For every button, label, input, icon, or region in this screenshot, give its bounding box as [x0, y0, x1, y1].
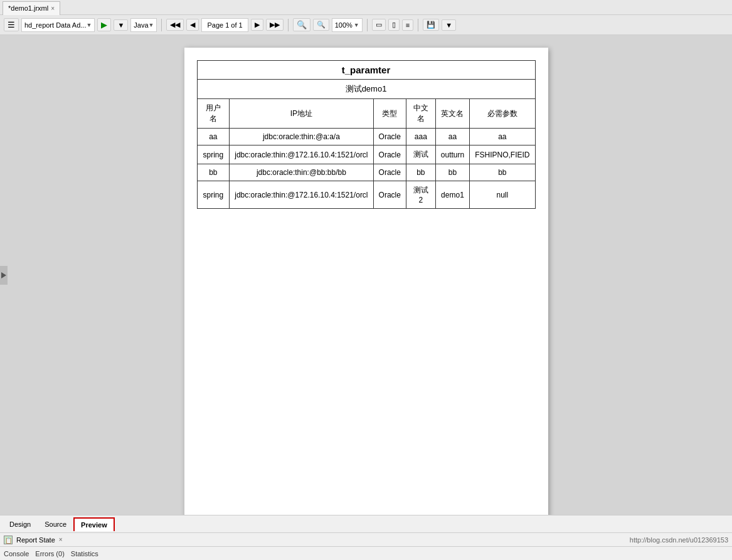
- separator-1: [161, 19, 162, 31]
- cell: Oracle: [373, 164, 406, 181]
- console-tab-console[interactable]: Console: [4, 550, 29, 557]
- page-label: Page 1 of 1: [207, 21, 242, 29]
- cell: spring: [197, 145, 230, 164]
- report-title: t_paramter: [197, 61, 535, 80]
- zoom-dropdown[interactable]: 100% ▼: [332, 18, 363, 32]
- tab-preview[interactable]: Preview: [73, 517, 115, 531]
- status-icon: 📋: [4, 536, 13, 544]
- cell: aa: [470, 129, 535, 145]
- play-button[interactable]: ▶: [97, 18, 111, 31]
- table-row: spring jdbc:oracle:thin:@172.16.10.4:152…: [197, 145, 535, 164]
- view-single-button[interactable]: ▭: [372, 19, 386, 31]
- play-icon: ▶: [101, 20, 107, 29]
- cell: FSHIPNO,FIEID: [470, 145, 535, 164]
- language-chevron-icon: ▼: [149, 22, 154, 28]
- cell: 测试: [406, 145, 435, 164]
- left-panel-handle[interactable]: [0, 266, 8, 285]
- status-label: Report State: [16, 536, 55, 544]
- console-tab-errors[interactable]: Errors (0): [35, 550, 64, 557]
- tab-label: *demo1.jrxml: [8, 4, 48, 12]
- menu-icon[interactable]: ☰: [4, 18, 19, 31]
- cell: bb: [197, 164, 230, 181]
- cell: bb: [435, 164, 469, 181]
- cell: Oracle: [373, 145, 406, 164]
- cell: jdbc:oracle:thin:@172.16.10.4:1521/orcl: [230, 181, 373, 209]
- datasource-dropdown[interactable]: hd_report Data Ad... ▼: [21, 18, 95, 32]
- zoom-chevron-icon: ▼: [354, 22, 359, 28]
- cell: jdbc:oracle:thin:@172.16.10.4:1521/orcl: [230, 145, 373, 164]
- toolbar: ☰ hd_report Data Ad... ▼ ▶ ▼ Java ▼ ◀◀ ◀…: [0, 15, 732, 35]
- cell: aaa: [406, 129, 435, 145]
- zoom-value: 100%: [335, 21, 353, 29]
- table-header-row: 用户名 IP地址 类型 中文名 英文名 必需参数: [197, 99, 535, 129]
- cell: aa: [197, 129, 230, 145]
- cell: null: [470, 181, 535, 209]
- cell: bb: [406, 164, 435, 181]
- play-dropdown-arrow-icon: ▼: [117, 21, 124, 29]
- col-header-type: 类型: [373, 99, 406, 129]
- cell: bb: [470, 164, 535, 181]
- export-dropdown-button[interactable]: ▼: [442, 19, 456, 31]
- arrow-right-icon: [1, 272, 6, 278]
- cell: Oracle: [373, 129, 406, 145]
- tab-source[interactable]: Source: [38, 517, 73, 531]
- tab-bar: *demo1.jrxml ×: [0, 0, 732, 15]
- col-header-enname: 英文名: [435, 99, 469, 129]
- table-row: aa jdbc:oracle:thin:@a:a/a Oracle aaa aa…: [197, 129, 535, 145]
- view-dual-button[interactable]: ▯: [388, 19, 400, 31]
- export-button[interactable]: 💾: [423, 19, 439, 31]
- status-url: http://blog.csdn.net/u012369153: [630, 536, 728, 544]
- language-label: Java: [134, 21, 148, 29]
- col-header-zhname: 中文名: [406, 99, 435, 129]
- view-tabs: Design Source Preview: [0, 515, 732, 532]
- cell: 测试2: [406, 181, 435, 209]
- datasource-chevron-icon: ▼: [86, 22, 92, 28]
- console-bar: Console Errors (0) Statistics: [0, 546, 732, 560]
- console-tab-statistics[interactable]: Statistics: [71, 550, 98, 557]
- title-row: t_paramter: [197, 61, 535, 80]
- tab-source-label: Source: [45, 520, 66, 528]
- zoom-out-button[interactable]: 🔍: [313, 19, 329, 31]
- report-paper: t_paramter 测试demo1 用户名 IP地址 类型 中文名 英文名 必…: [184, 48, 548, 515]
- play-dropdown-button[interactable]: ▼: [114, 19, 128, 31]
- cell: demo1: [435, 181, 469, 209]
- report-subtitle: 测试demo1: [197, 80, 535, 99]
- status-close-icon[interactable]: ×: [59, 536, 63, 543]
- nav-next-button[interactable]: ▶: [251, 19, 263, 31]
- tab-design[interactable]: Design: [3, 517, 38, 531]
- col-header-ip: IP地址: [230, 99, 373, 129]
- separator-2: [288, 19, 289, 31]
- datasource-label: hd_report Data Ad...: [24, 21, 86, 29]
- col-header-required: 必需参数: [470, 99, 535, 129]
- status-bar: 📋 Report State × http://blog.csdn.net/u0…: [0, 532, 732, 546]
- nav-last-button[interactable]: ▶▶: [266, 19, 284, 31]
- separator-3: [367, 19, 368, 31]
- nav-first-button[interactable]: ◀◀: [166, 19, 184, 31]
- view-list-button[interactable]: ≡: [402, 19, 413, 31]
- tab-design-label: Design: [9, 520, 31, 528]
- cell: jdbc:oracle:thin:@a:a/a: [230, 129, 373, 145]
- zoom-in-button[interactable]: 🔍: [293, 18, 310, 31]
- cell: aa: [435, 129, 469, 145]
- tab-preview-label: Preview: [81, 521, 107, 529]
- cell: jdbc:oracle:thin:@bb:bb/bb: [230, 164, 373, 181]
- report-table: t_paramter 测试demo1 用户名 IP地址 类型 中文名 英文名 必…: [197, 60, 536, 209]
- nav-prev-button[interactable]: ◀: [186, 19, 199, 31]
- cell: Oracle: [373, 181, 406, 209]
- col-header-username: 用户名: [197, 99, 230, 129]
- file-tab[interactable]: *demo1.jrxml ×: [3, 1, 60, 15]
- subtitle-row: 测试demo1: [197, 80, 535, 99]
- table-row: spring jdbc:oracle:thin:@172.16.10.4:152…: [197, 181, 535, 209]
- separator-4: [418, 19, 418, 31]
- tab-close-icon[interactable]: ×: [51, 5, 55, 12]
- language-dropdown[interactable]: Java ▼: [130, 18, 157, 32]
- main-area: t_paramter 测试demo1 用户名 IP地址 类型 中文名 英文名 必…: [0, 35, 732, 515]
- page-indicator: Page 1 of 1: [201, 18, 248, 32]
- table-row: bb jdbc:oracle:thin:@bb:bb/bb Oracle bb …: [197, 164, 535, 181]
- cell: spring: [197, 181, 230, 209]
- cell: outturn: [435, 145, 469, 164]
